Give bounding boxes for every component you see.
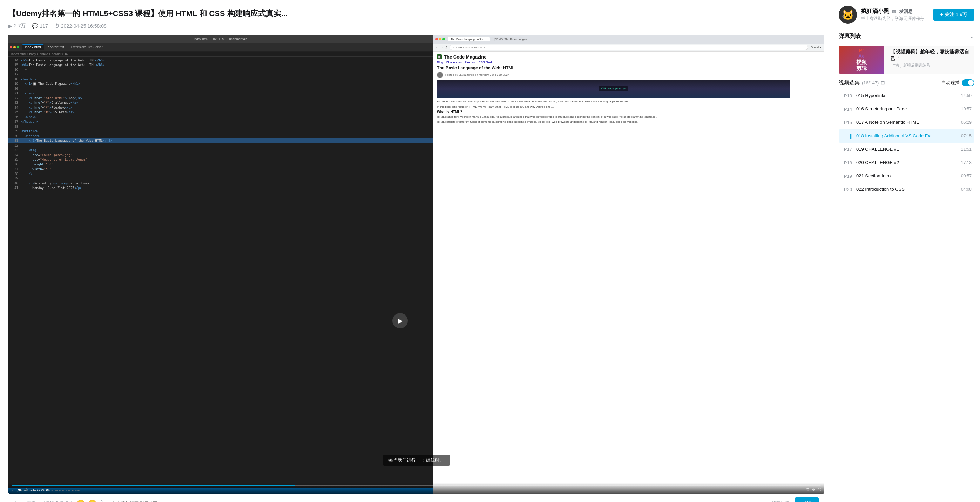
main-content: 【Udemy排名第一的 HTML5+CSS3 课程】使用 HTML 和 CSS … <box>0 0 833 502</box>
send-button[interactable]: 发送 <box>795 497 819 502</box>
comment-count-item: 💬 117 <box>32 23 48 29</box>
player-controls: ⏸ ⏭ 🔊 03:21 / 07:15 弹 ⚙ ⛶ <box>8 483 824 494</box>
item-title-p19: 021 Section Intro <box>856 173 957 179</box>
playlist-items: P13 015 Hyperlinks 14:50 P14 016 Structu… <box>839 89 974 196</box>
browser-site-name: The Code Magazine <box>444 54 486 60</box>
emoji-icon-1[interactable]: 😊 <box>76 499 85 502</box>
author-avatar: 🐱 <box>839 6 857 24</box>
item-title-p13: 015 Hyperlinks <box>856 92 957 99</box>
playlist-item-p20[interactable]: P20 022 Introduction to CSS 04:08 <box>839 183 974 196</box>
volume-button[interactable]: 🔊 <box>24 488 28 491</box>
item-num-p16: ‖ <box>842 133 852 139</box>
danmaku-input[interactable] <box>107 500 768 502</box>
ad-title: 【视频剪辑】趁年轻，靠技能养活自己！ <box>891 48 972 62</box>
browser-panel: The Basic Language of the We... [DEMO] T… <box>433 35 824 494</box>
item-duration-p18: 17:13 <box>961 160 972 165</box>
playlist-item-p15[interactable]: P15 017 A Note on Semantic HTML 06:29 <box>839 116 974 129</box>
danmaku-list-header: 弹幕列表 ⋮ ⌄ <box>839 29 974 43</box>
progress-bar[interactable] <box>12 485 821 486</box>
danmaku-icons: 😊 😄 A <box>76 499 103 502</box>
editor-panel: index.html — 02-HTML-Fundamentals index.… <box>8 35 433 494</box>
editor-tab-index[interactable]: index.html <box>22 44 44 50</box>
fullscreen-button[interactable]: ⛶ <box>818 488 821 491</box>
playlist-item-p13[interactable]: P13 015 Hyperlinks 14:50 <box>839 89 974 102</box>
viewer-count: 1 人正在看，已装填 0 条弹幕 <box>14 500 73 502</box>
ad-info: 【视频剪辑】趁年轻，靠技能养活自己！ 广告 影视后期训练营 <box>888 46 974 74</box>
follow-button[interactable]: + 关注 1.9万 <box>933 9 974 21</box>
danmaku-list-menu-icon[interactable]: ⋮ <box>961 32 967 40</box>
autoplay-label: 自动连播 <box>942 79 960 86</box>
item-duration-p16: 07:15 <box>961 133 972 138</box>
danmaku-list-controls[interactable]: ⋮ ⌄ <box>961 32 974 40</box>
item-title-p20: 022 Introduction to CSS <box>856 186 957 192</box>
danmaku-bar: 1 人正在看，已装填 0 条弹幕 😊 😄 A 弹幕礼仪 › 发送 <box>8 494 824 502</box>
item-duration-p14: 10:57 <box>961 106 972 111</box>
item-duration-p17: 11:51 <box>961 147 972 152</box>
item-num-p20: P20 <box>842 187 852 192</box>
browser-article-title: The Basic Language of the Web: HTML <box>437 65 820 70</box>
browser-para1: All modern websites and web applications… <box>437 100 820 104</box>
font-icon[interactable]: A <box>100 499 103 502</box>
sidebar: 🐱 疯狂滴小黑 ✉ 发消息 书山有路勤为径，学海无涯苦作舟 + 关注 1.9万 … <box>833 0 980 502</box>
browser-address: 127.0.0.1:5500/index.html <box>453 46 485 49</box>
autoplay-switch[interactable] <box>962 79 974 86</box>
playlist-count: (16/147) <box>862 80 879 86</box>
play-button[interactable]: ▶ <box>392 313 408 329</box>
settings-button[interactable]: ⚙ <box>812 488 815 491</box>
video-meta: ▶ 2.7万 💬 117 ⏱ 2022-04-25 16:58:08 <box>8 23 824 29</box>
item-duration-p20: 04:08 <box>961 187 972 192</box>
playlist-item-p17[interactable]: P17 019 CHALLENGE #1 11:51 <box>839 143 974 156</box>
danmaku-etiquette[interactable]: 弹幕礼仪 › <box>772 500 791 502</box>
browser-html-def: HTML stands for HyperText Markup Languag… <box>437 115 820 119</box>
playlist-item-p19[interactable]: P19 021 Section Intro 00:57 <box>839 169 974 183</box>
video-player-wrapper[interactable]: index.html — 02-HTML-Fundamentals index.… <box>8 35 824 494</box>
editor-tab-content[interactable]: content.txt <box>45 44 67 50</box>
editor-topbar: index.html — 02-HTML-Fundamentals <box>8 35 433 43</box>
author-card: 🐱 疯狂滴小黑 ✉ 发消息 书山有路勤为径，学海无涯苦作舟 + 关注 1.9万 <box>839 6 974 24</box>
page-container: 【Udemy排名第一的 HTML5+CSS3 课程】使用 HTML 和 CSS … <box>0 0 980 502</box>
author-info: 疯狂滴小黑 ✉ 发消息 书山有路勤为径，学海无涯苦作舟 <box>861 8 929 22</box>
view-count: 2.7万 <box>14 23 25 29</box>
danmaku-toggle[interactable]: 弹 <box>806 488 809 492</box>
view-count-item: ▶ 2.7万 <box>8 23 25 29</box>
danmaku-overlay: 每当我们进行一 ；编辑时。 <box>383 455 450 465</box>
toggle-knob <box>968 80 974 86</box>
video-icon: ▶ <box>8 23 12 29</box>
ad-tag: 广告 影视后期训练营 <box>891 63 972 68</box>
ad-thumbnail: Pr Ae 视频剪辑 <box>839 46 884 74</box>
editor-title: index.html — 02-HTML-Fundamentals <box>194 37 248 41</box>
browser-author-line: Posted by Laura Jones on Monday, June 21… <box>445 73 509 76</box>
playlist-item-p14[interactable]: P14 016 Structuring our Page 10:57 <box>839 102 974 116</box>
author-name-text: 疯狂滴小黑 <box>861 8 889 15</box>
editor-code: 14<h5>The Basic Language of the Web: HTM… <box>8 57 433 192</box>
clock-icon: ⏱ <box>54 23 59 29</box>
author-name-row: 疯狂滴小黑 ✉ 发消息 <box>861 8 929 15</box>
playlist-item-p18[interactable]: P18 020 CHALLENGE #2 17:13 <box>839 156 974 169</box>
item-num-p14: P14 <box>842 106 852 112</box>
playlist-title: 视频选集 <box>839 79 860 86</box>
item-num-p19: P19 <box>842 173 852 179</box>
danmaku-list-collapse-icon[interactable]: ⌄ <box>970 33 974 40</box>
emoji-icon-2[interactable]: 😄 <box>88 499 97 502</box>
danmaku-list-title: 弹幕列表 <box>839 33 861 40</box>
author-bio: 书山有路勤为径，学海无涯苦作舟 <box>861 16 929 22</box>
next-button[interactable]: ⏭ <box>18 488 21 491</box>
playlist-grid-icon[interactable]: ⊞ <box>881 80 885 86</box>
item-title-p16: 018 Installing Additional VS Code Ext... <box>856 133 957 139</box>
author-message-link[interactable]: 发消息 <box>899 8 913 15</box>
ad-card[interactable]: Pr Ae 视频剪辑 【视频剪辑】趁年轻，靠技能养活自己！ 广告 影视后期训练营 <box>839 46 974 74</box>
video-player[interactable]: index.html — 02-HTML-Fundamentals index.… <box>8 35 824 494</box>
item-title-p14: 016 Structuring our Page <box>856 106 957 112</box>
item-num-p18: P18 <box>842 160 852 165</box>
playlist-item-p16[interactable]: ‖ 018 Installing Additional VS Code Ext.… <box>839 129 974 143</box>
item-num-p15: P15 <box>842 120 852 125</box>
time-display: 03:21 / 07:15 <box>30 488 49 491</box>
browser-html-desc: HTML consists of different types of cont… <box>437 120 820 124</box>
item-num-p17: P17 <box>842 146 852 152</box>
pause-button[interactable]: ⏸ <box>12 488 15 491</box>
browser-para2: In this post, let's focus on HTML. We wi… <box>437 105 820 109</box>
video-title: 【Udemy排名第一的 HTML5+CSS3 课程】使用 HTML 和 CSS … <box>8 8 824 19</box>
item-title-p15: 017 A Note on Semantic HTML <box>856 119 957 126</box>
item-num-p13: P13 <box>842 93 852 98</box>
publish-date: 2022-04-25 16:58:08 <box>61 23 107 29</box>
